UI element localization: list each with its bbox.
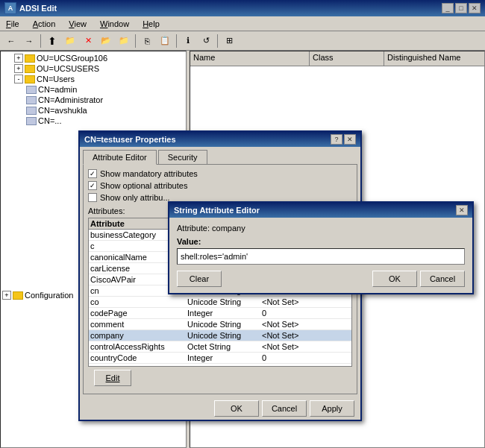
tree-label-configuration: Configuration: [25, 291, 73, 300]
attrs-row-comment[interactable]: comment Unicode String <Not Set>: [89, 319, 351, 330]
refresh-button[interactable]: ↺: [198, 33, 214, 49]
attrs-row-controlaccessrights[interactable]: controlAccessRights Octet String <Not Se…: [89, 341, 351, 353]
str-attr-ok-button[interactable]: OK: [372, 271, 417, 287]
props-dialog-bottom-buttons: OK Cancel Apply: [80, 397, 360, 420]
tree-item-ucsgroup106[interactable]: + OU=UCSGroup106: [2, 53, 184, 63]
str-attr-right-buttons: OK Cancel: [372, 271, 465, 287]
tree-label-cn3: CN=...: [38, 116, 61, 125]
back-button[interactable]: ←: [3, 33, 19, 49]
toolbar-sep-4: [217, 34, 218, 48]
edit-btn-row: Edit: [88, 367, 352, 389]
tree-item-admin[interactable]: CN=admin: [2, 84, 184, 95]
tree-item-administrator[interactable]: CN=Administrator: [2, 95, 184, 105]
toolbar-sep-3: [176, 34, 177, 48]
maximize-button[interactable]: □: [455, 3, 467, 13]
str-attr-dialog-content: Attribute: company Value: Clear OK Cance…: [169, 218, 472, 293]
str-attr-btn-row: Clear OK Cancel: [177, 271, 465, 287]
tree-label-ucsgroup106: OU=UCSGroup106: [37, 54, 107, 63]
tree-label-administrator: CN=Administrator: [38, 95, 103, 104]
folder-icon-ucsusers: [25, 65, 35, 73]
app-icon: A: [4, 2, 16, 14]
tree-item-cnusers[interactable]: - CN=Users: [2, 74, 184, 84]
tree-item-cn3[interactable]: CN=...: [2, 116, 184, 126]
grid-button[interactable]: ⊞: [221, 33, 237, 49]
col-class: Class: [310, 51, 384, 66]
attrs-row-co[interactable]: co Unicode String <Not Set>: [89, 297, 351, 308]
menu-bar: File Action View Window Help: [0, 16, 485, 31]
folder2-button[interactable]: 📂: [98, 33, 114, 49]
checkbox-mandatory-box[interactable]: [88, 169, 97, 178]
person-icon-avshukla: [26, 107, 37, 115]
menu-action[interactable]: Action: [30, 19, 59, 29]
props-dialog-tabs: Attribute Editor Security: [80, 147, 360, 164]
tab-attribute-editor[interactable]: Attribute Editor: [83, 150, 157, 165]
edit-button[interactable]: Edit: [94, 370, 131, 386]
folder-icon-configuration: [13, 291, 23, 300]
tree-item-ucsusers[interactable]: + OU=UCSUSERS: [2, 63, 184, 74]
attrs-row-company[interactable]: company Unicode String <Not Set>: [89, 330, 351, 341]
props-button[interactable]: ℹ: [180, 33, 196, 49]
str-attr-value-label: Value:: [177, 237, 465, 246]
tree-label-avshukla: CN=avshukla: [38, 106, 87, 115]
tree-label-ucsusers: OU=UCSUSERS: [37, 64, 99, 73]
toolbar-sep-2: [135, 34, 136, 48]
forward-button[interactable]: →: [21, 33, 37, 49]
props-close-button[interactable]: ✕: [344, 134, 356, 145]
up-button[interactable]: ⬆: [44, 33, 60, 49]
tree-item-avshukla[interactable]: CN=avshukla: [2, 105, 184, 116]
person-icon-administrator: [26, 96, 37, 104]
attrs-row-codepage[interactable]: codePage Integer 0: [89, 308, 351, 319]
str-attr-dialog-title-bar: String Attribute Editor ✕: [169, 203, 472, 218]
menu-view[interactable]: View: [66, 19, 90, 29]
props-cancel-button[interactable]: Cancel: [262, 400, 307, 417]
title-bar: A ADSI Edit _ □ ✕: [0, 0, 485, 16]
expand-ucsusers[interactable]: +: [14, 64, 23, 73]
expand-configuration[interactable]: +: [2, 291, 11, 300]
checkbox-mandatory-label: Show mandatory attributes: [100, 169, 198, 178]
checkbox-mandatory[interactable]: Show mandatory attributes: [88, 169, 352, 178]
paste-button[interactable]: 📋: [157, 33, 173, 49]
str-attr-attribute-label: Attribute: company: [177, 224, 465, 233]
tree-label-cnusers: CN=Users: [37, 75, 75, 83]
props-apply-button[interactable]: Apply: [310, 400, 354, 417]
checkbox-optional-label: Show optional attributes: [100, 181, 187, 190]
str-attr-close-button[interactable]: ✕: [456, 205, 468, 215]
str-attr-value-input[interactable]: [177, 248, 465, 265]
folder-icon-cnusers: [25, 75, 35, 83]
expand-cnusers[interactable]: -: [14, 75, 23, 83]
checkbox-optional[interactable]: Show optional attributes: [88, 181, 352, 190]
person-icon-admin: [26, 86, 37, 94]
props-dialog-title: CN=testuser Properties: [84, 135, 176, 144]
tab-security[interactable]: Security: [158, 150, 207, 164]
menu-help[interactable]: Help: [140, 19, 163, 29]
str-attr-cancel-button[interactable]: Cancel: [420, 271, 465, 287]
str-attr-clear-button[interactable]: Clear: [177, 271, 222, 287]
col-dn: Distinguished Name: [384, 51, 484, 66]
checkbox-optional-box[interactable]: [88, 181, 97, 190]
props-dialog-controls: ? ✕: [331, 134, 356, 145]
props-ok-button[interactable]: OK: [214, 400, 259, 417]
folder3-button[interactable]: 📁: [116, 33, 132, 49]
attrs-row-countrycode[interactable]: countryCode Integer 0: [89, 353, 351, 364]
window-controls: _ □ ✕: [442, 3, 481, 13]
folder-button[interactable]: 📁: [62, 33, 78, 49]
str-attr-dialog-title: String Attribute Editor: [174, 206, 260, 215]
props-dialog-title-bar: CN=testuser Properties ? ✕: [80, 132, 360, 147]
checkbox-only-box[interactable]: [88, 193, 97, 202]
toolbar: ← → ⬆ 📁 ✕ 📂 📁 ⎘ 📋 ℹ ↺ ⊞: [0, 31, 485, 51]
minimize-button[interactable]: _: [442, 3, 454, 13]
copy-button[interactable]: ⎘: [139, 33, 155, 49]
expand-ucsgroup106[interactable]: +: [14, 54, 23, 63]
col-name: Name: [190, 51, 310, 66]
person-icon-cn3: [26, 117, 37, 125]
delete-button[interactable]: ✕: [80, 33, 96, 49]
close-button[interactable]: ✕: [469, 3, 481, 13]
props-help-button[interactable]: ?: [331, 134, 342, 145]
tree-label-admin: CN=admin: [38, 85, 77, 94]
str-attr-dialog-controls: ✕: [456, 205, 468, 215]
toolbar-sep-1: [40, 34, 41, 48]
list-header: Name Class Distinguished Name: [190, 51, 484, 66]
str-attr-dialog[interactable]: String Attribute Editor ✕ Attribute: com…: [168, 201, 474, 294]
menu-file[interactable]: File: [3, 19, 22, 29]
menu-window[interactable]: Window: [97, 19, 132, 29]
